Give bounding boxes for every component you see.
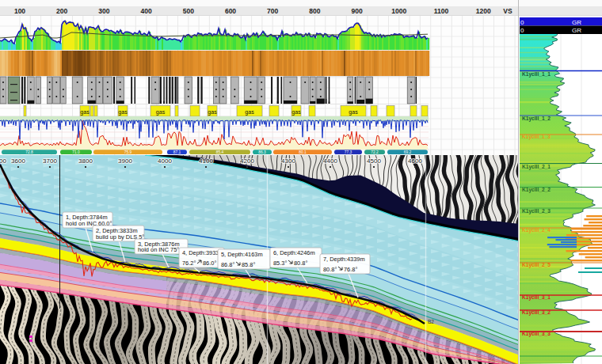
svg-text:85.8°: 85.8° bbox=[242, 261, 255, 268]
svg-text:4600: 4600 bbox=[408, 157, 422, 165]
svg-text:80.8°: 80.8° bbox=[294, 260, 307, 267]
svg-text:gas: gas bbox=[208, 109, 217, 116]
svg-text:4000: 4000 bbox=[158, 157, 172, 165]
svg-text:K1ycIII_3_2: K1ycIII_3_2 bbox=[522, 309, 551, 316]
svg-text:K1ycIII_2_5: K1ycIII_2_5 bbox=[522, 262, 551, 268]
svg-text:76.2°: 76.2° bbox=[182, 260, 196, 267]
svg-text:100: 100 bbox=[14, 7, 25, 15]
svg-text:K1ycIII_1_3: K1ycIII_1_3 bbox=[522, 134, 551, 140]
svg-text:1200: 1200 bbox=[476, 7, 491, 15]
svg-text:K1ycIII_2_2: K1ycIII_2_2 bbox=[522, 187, 551, 193]
svg-text:4500: 4500 bbox=[367, 157, 381, 165]
svg-text:700: 700 bbox=[267, 7, 278, 15]
svg-text:86.3: 86.3 bbox=[258, 150, 266, 154]
svg-text:4100: 4100 bbox=[199, 157, 213, 165]
svg-text:gas: gas bbox=[349, 109, 358, 116]
svg-text:4400: 4400 bbox=[323, 157, 337, 165]
svg-text:72.2: 72.2 bbox=[371, 150, 379, 154]
svg-text:K1ycIII_1_1: K1ycIII_1_1 bbox=[522, 71, 551, 78]
svg-text:500: 500 bbox=[183, 7, 194, 15]
svg-text:hold on INC 75°: hold on INC 75° bbox=[138, 246, 179, 253]
svg-text:200: 200 bbox=[56, 7, 67, 15]
svg-text:VS: VS bbox=[503, 7, 512, 15]
svg-text:gas: gas bbox=[156, 109, 166, 116]
svg-text:gas: gas bbox=[118, 109, 128, 116]
svg-text:7, Depth:4339m: 7, Depth:4339m bbox=[323, 256, 365, 263]
svg-text:300: 300 bbox=[98, 7, 109, 15]
svg-text:900: 900 bbox=[352, 7, 363, 15]
svg-text:1000: 1000 bbox=[391, 7, 406, 15]
svg-text:K1ycIII_2_4: K1ycIII_2_4 bbox=[522, 227, 551, 233]
svg-text:85.3°: 85.3° bbox=[273, 260, 287, 267]
svg-text:GR: GR bbox=[572, 19, 581, 26]
svg-text:gas: gas bbox=[291, 109, 301, 116]
svg-text:800: 800 bbox=[309, 7, 320, 15]
svg-text:72.8: 72.8 bbox=[25, 150, 33, 154]
svg-text:K1ycIII_3_3: K1ycIII_3_3 bbox=[522, 331, 551, 337]
svg-text:0: 0 bbox=[520, 27, 524, 34]
svg-text:5, Depth:4163m: 5, Depth:4163m bbox=[221, 251, 263, 258]
svg-text:gas: gas bbox=[245, 109, 254, 116]
svg-text:87.1: 87.1 bbox=[173, 150, 181, 154]
svg-text:K1ycIII_2_1: K1ycIII_2_1 bbox=[522, 164, 551, 170]
svg-text:K1ycIII_3_1: K1ycIII_3_1 bbox=[522, 294, 551, 301]
svg-text:0: 0 bbox=[520, 19, 524, 26]
svg-text:3600: 3600 bbox=[11, 157, 25, 165]
svg-text:86.8°: 86.8° bbox=[221, 261, 234, 268]
svg-text:B2: B2 bbox=[428, 319, 434, 324]
svg-text:400: 400 bbox=[141, 7, 152, 15]
svg-text:4200: 4200 bbox=[240, 157, 254, 165]
svg-text:85.4: 85.4 bbox=[216, 150, 224, 154]
svg-text:77.3: 77.3 bbox=[345, 150, 352, 154]
svg-text:4300: 4300 bbox=[281, 157, 295, 165]
svg-text:K1ycIII_2_3: K1ycIII_2_3 bbox=[522, 208, 551, 214]
svg-text:86.0°: 86.0° bbox=[203, 260, 216, 267]
svg-text:600: 600 bbox=[225, 7, 236, 15]
svg-text:69.2: 69.2 bbox=[404, 150, 412, 154]
svg-text:75.9: 75.9 bbox=[124, 150, 132, 154]
svg-text:6, Depth:4246m: 6, Depth:4246m bbox=[273, 249, 315, 256]
svg-text:3500: 3500 bbox=[0, 157, 6, 165]
svg-text:1100: 1100 bbox=[434, 7, 449, 15]
svg-text:GR: GR bbox=[572, 27, 581, 34]
svg-text:80.1: 80.1 bbox=[299, 150, 307, 154]
svg-text:80.8°: 80.8° bbox=[323, 266, 337, 273]
svg-text:3900: 3900 bbox=[118, 157, 132, 165]
svg-text:3700: 3700 bbox=[43, 157, 57, 165]
svg-text:76.8°: 76.8° bbox=[344, 266, 357, 273]
svg-text:gas: gas bbox=[80, 109, 90, 116]
svg-text:K1ycIII_1_2: K1ycIII_1_2 bbox=[522, 116, 551, 122]
svg-text:71.0: 71.0 bbox=[72, 150, 80, 154]
svg-text:3800: 3800 bbox=[78, 157, 93, 165]
